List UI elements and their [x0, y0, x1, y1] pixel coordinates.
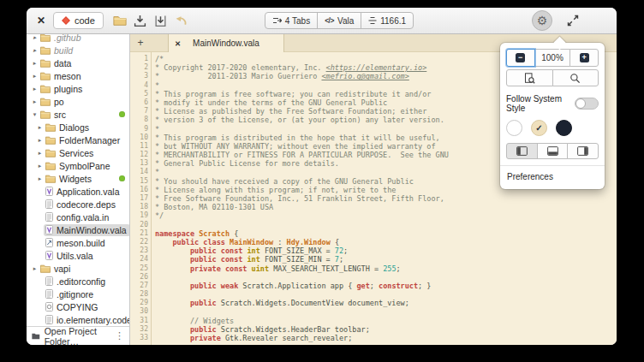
- save-button[interactable]: [133, 13, 148, 28]
- open-file-button[interactable]: [112, 13, 128, 28]
- tree-item-io-elementary-code-yml[interactable]: io.elementary.code.yml: [27, 313, 129, 326]
- tab-mainwindow[interactable]: ✕ MainWindow.vala: [168, 34, 284, 52]
- tree-item-label: po: [54, 97, 64, 107]
- tree-item-mainwindow-vala[interactable]: MainWindow.vala: [27, 223, 129, 236]
- tree-item-label: vapi: [54, 264, 70, 274]
- tree-item-label: src: [54, 110, 66, 120]
- project-chip[interactable]: code: [53, 12, 104, 29]
- disclosure-arrow-icon[interactable]: ▸: [31, 60, 39, 67]
- line-number: 6: [130, 98, 148, 107]
- line-number: 11: [130, 142, 148, 151]
- open-folder-icon: [113, 15, 127, 27]
- line-number: 10: [130, 134, 148, 142]
- toggle-knob: [575, 98, 586, 109]
- tree-item-content: .editorconfig: [44, 276, 109, 288]
- tree-item-content: po: [39, 96, 68, 108]
- code-line: * Free Software Foundation, Inc., 51 Fra…: [155, 194, 617, 203]
- tree-item-utils-vala[interactable]: Utils.vala: [27, 249, 129, 262]
- code-line: public weak Scratch.Application app { ge…: [155, 282, 617, 290]
- toggle-right-panel-button[interactable]: [567, 143, 599, 159]
- line-number: 22: [130, 238, 148, 246]
- tabs-overview-button[interactable]: 4 Tabs: [265, 12, 318, 29]
- tree-item-plugins[interactable]: ▸plugins: [27, 82, 129, 95]
- zoom-in-button[interactable]: +: [569, 49, 599, 67]
- tree-item-data[interactable]: ▸data: [27, 56, 129, 69]
- tree-item-copying[interactable]: COPYING: [27, 300, 129, 313]
- text-file-icon: [45, 212, 53, 222]
- fullscreen-button[interactable]: [564, 12, 581, 29]
- folder-icon: [45, 175, 56, 183]
- close-window-button[interactable]: ✕: [34, 14, 48, 27]
- line-number: 2: [130, 63, 148, 72]
- tree-item-label: plugins: [54, 84, 82, 94]
- tree-item-vapi[interactable]: ▸vapi: [27, 262, 129, 275]
- tree-item-widgets[interactable]: ▸Widgets: [27, 172, 129, 185]
- tree-item-src[interactable]: ▾src: [27, 108, 129, 121]
- disclosure-arrow-icon[interactable]: ▸: [31, 47, 39, 54]
- style-dark-button[interactable]: [556, 120, 572, 136]
- language-selector-button[interactable]: </> Vala: [317, 12, 361, 29]
- tree-item-config-vala-in[interactable]: config.vala.in: [27, 211, 129, 223]
- tree-item-build[interactable]: ▸build: [27, 44, 129, 56]
- open-project-folder-label: Open Project Folder…: [45, 326, 110, 346]
- tree-item-codecore-deps[interactable]: codecore.deps: [27, 198, 129, 211]
- zoom-out-button[interactable]: −: [506, 49, 535, 67]
- disclosure-arrow-icon[interactable]: ▸: [31, 98, 39, 105]
- tree-item-application-vala[interactable]: Application.vala: [27, 185, 129, 198]
- disclosure-arrow-icon[interactable]: ▾: [31, 111, 39, 118]
- code-brackets-icon: </>: [325, 16, 334, 25]
- line-number: 21: [130, 229, 148, 238]
- folder-icon: [40, 85, 51, 93]
- style-light-button[interactable]: [506, 120, 522, 136]
- settings-button[interactable]: ⚙: [532, 10, 552, 31]
- find-in-project-button[interactable]: [506, 69, 553, 86]
- style-sepia-button[interactable]: ✓: [531, 120, 547, 136]
- tree-item-meson[interactable]: ▸meson: [27, 69, 129, 82]
- project-gem-icon: [62, 16, 70, 25]
- tree-item--editorconfig[interactable]: .editorconfig: [27, 275, 129, 288]
- sidebar-footer[interactable]: Open Project Folder… ⋮: [27, 326, 129, 345]
- goto-line-button[interactable]: 1166.1: [361, 12, 414, 29]
- tree-item-label: .gitignore: [57, 289, 93, 300]
- folder-icon: [40, 72, 51, 80]
- status-dot: [119, 175, 125, 181]
- vala-file-icon: [45, 251, 53, 260]
- disclosure-arrow-icon[interactable]: ▸: [31, 265, 39, 272]
- file-tree: ▸.github▸build▸data▸meson▸plugins▸po▾src…: [27, 31, 129, 326]
- folder-icon: [40, 59, 51, 68]
- tab-close-icon[interactable]: ✕: [175, 39, 181, 48]
- disclosure-arrow-icon[interactable]: ▸: [36, 175, 44, 182]
- tree-item-content: vapi: [39, 263, 74, 275]
- tree-item-foldermanager[interactable]: ▸FolderManager: [27, 134, 129, 146]
- tree-item-label: Services: [59, 148, 93, 158]
- tree-item-meson-build[interactable]: meson.build: [27, 236, 129, 249]
- disclosure-arrow-icon[interactable]: ▸: [36, 137, 44, 144]
- follow-system-toggle[interactable]: [575, 98, 599, 110]
- tree-item-dialogs[interactable]: ▸Dialogs: [27, 121, 129, 134]
- disclosure-arrow-icon[interactable]: ▸: [31, 73, 39, 80]
- tree-item-po[interactable]: ▸po: [27, 95, 129, 108]
- disclosure-arrow-icon[interactable]: ▸: [36, 163, 44, 169]
- line-number: 5: [130, 90, 148, 98]
- disclosure-arrow-icon[interactable]: ▸: [31, 34, 39, 41]
- disclosure-arrow-icon[interactable]: ▸: [36, 124, 44, 131]
- line-number: 31: [130, 317, 148, 325]
- check-icon: ✓: [535, 123, 542, 133]
- tree-item-content: codecore.deps: [44, 199, 119, 211]
- tree-item-content: data: [39, 57, 75, 69]
- code-line: // Widgets: [155, 317, 617, 325]
- new-tab-button[interactable]: +: [130, 34, 151, 51]
- tree-item--gitignore[interactable]: .gitignore: [27, 288, 129, 300]
- disclosure-arrow-icon[interactable]: ▸: [31, 86, 39, 92]
- project-menu-icon[interactable]: ⋮: [115, 330, 124, 341]
- revert-button[interactable]: [174, 13, 189, 28]
- preferences-item[interactable]: Preferences: [506, 166, 599, 183]
- tree-item-services[interactable]: ▸Services: [27, 146, 129, 159]
- tree-item-symbolpane[interactable]: ▸SymbolPane: [27, 159, 129, 172]
- find-button[interactable]: [552, 69, 599, 86]
- toggle-sidebar-button[interactable]: [506, 143, 538, 159]
- disclosure-arrow-icon[interactable]: ▸: [36, 150, 44, 157]
- cursor-position-label: 1166.1: [380, 16, 406, 26]
- toggle-bottom-panel-button[interactable]: [537, 143, 569, 159]
- save-as-button[interactable]: [153, 13, 169, 28]
